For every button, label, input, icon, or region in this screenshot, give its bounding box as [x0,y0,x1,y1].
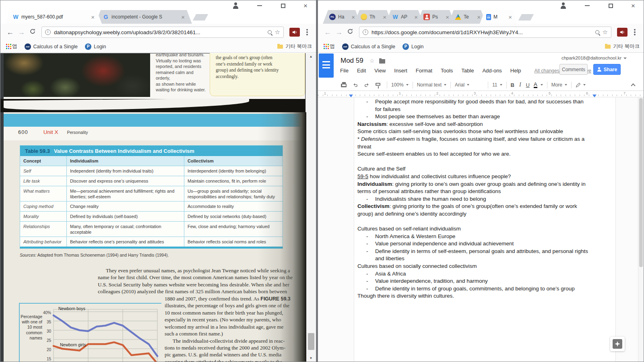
menu-add-ons[interactable]: Add-ons [482,68,502,74]
menu-table[interactable]: Table [461,68,474,74]
docs-header: Mod 59 ☆ chpark2018@daltonschool.kr File… [318,53,644,79]
bookmark-calculus[interactable]: nxtCalculus of a Single [342,43,395,50]
menu-view[interactable]: View [374,68,386,74]
tab-close-icon[interactable]: × [351,14,356,20]
browser-tab[interactable]: Th× [354,10,392,24]
back-button[interactable]: ← [322,28,333,37]
pdf-scrollbar[interactable]: ▲ ▼ [305,53,316,362]
font-size-select[interactable]: 11 [492,82,502,88]
address-bar[interactable]: https://docs.google.com/document/d/1d1RX… [359,27,611,38]
undo-button[interactable] [352,82,358,88]
zoom-select[interactable]: 100% [391,82,409,88]
document-page[interactable]: -People accept more responsibility for g… [354,97,616,362]
docs-ruler[interactable]: 11234567 [318,91,644,97]
share-button[interactable]: Share [593,64,621,75]
bold-button[interactable]: B [511,82,514,88]
page-info-icon[interactable] [363,29,368,35]
new-tab-button[interactable] [193,14,208,21]
scroll-down-arrow[interactable]: ▼ [306,356,316,360]
other-bookmarks-button[interactable]: 기타 북마크 [605,43,640,50]
menu-help[interactable]: Help [510,68,521,74]
bookmark-apps-label[interactable]: 앱 [330,43,335,50]
zoom-page-icon[interactable] [268,30,272,34]
account-email[interactable]: chpark2018@daltonschool.kr [561,56,627,60]
tab-close-icon[interactable]: × [445,14,450,20]
browser-tab[interactable]: WAP× [386,10,423,24]
page-info-icon[interactable] [45,29,51,35]
forward-button[interactable]: → [16,28,27,37]
comments-button[interactable]: Comments [559,64,588,75]
explore-button[interactable] [610,337,625,351]
close-window-button[interactable]: × [297,1,314,10]
paint-format-button[interactable] [376,84,380,86]
bookmark-login[interactable]: PLogin [85,43,106,50]
docs-home-button[interactable] [319,53,334,78]
browser-tab[interactable]: Wmyers_587-600.pdf× [5,10,102,24]
forward-button[interactable]: → [333,28,345,37]
browser-tab[interactable]: Gincompetent - Google S× [95,10,192,24]
left-bookmarks-bar: 앱 nxtCalculus of a Single PLogin 기타 북마크 [0,41,316,53]
speaker-extension-button[interactable] [289,28,300,37]
collapse-toolbar-button[interactable] [631,83,635,88]
more-button[interactable]: More [551,82,567,88]
tab-close-icon[interactable]: × [180,14,186,20]
docs-scrollbar-thumb[interactable] [639,98,643,267]
browser-menu-button[interactable] [306,31,308,33]
browser-tab[interactable]: PS.Ha× [323,10,361,24]
right-indent-marker[interactable] [592,95,597,97]
bookmark-star-icon[interactable]: ☆ [275,29,280,36]
redo-button[interactable] [364,82,370,88]
editing-mode-button[interactable] [576,82,586,88]
move-to-folder-icon[interactable] [379,59,385,64]
document-title[interactable]: Mod 59 [341,57,363,65]
browser-tab[interactable]: M× [480,10,518,24]
zoom-page-icon[interactable] [595,30,599,34]
close-window-button[interactable]: × [625,1,641,10]
reload-button[interactable] [27,28,38,37]
bookmark-login[interactable]: PLogin [402,43,424,50]
docs-scrollbar[interactable] [638,97,644,362]
paragraph-styles-select[interactable]: Normal text [417,82,446,88]
text-color-button[interactable]: A [534,82,543,88]
tab-title: Ps [432,14,442,20]
bookmark-calculus[interactable]: nxtCalculus of a Single [25,43,78,50]
menu-edit[interactable]: Edit [357,68,366,74]
browser-tab[interactable]: Te× [448,10,486,24]
address-bar[interactable]: daltonappsychology.weebly.com/uploads/3/… [41,27,284,38]
menu-file[interactable]: File [340,68,349,74]
star-document-icon[interactable]: ☆ [369,58,375,64]
table-cell: Me—personal achievement and fulfillment;… [66,186,184,201]
tab-close-icon[interactable]: × [413,14,419,20]
tab-close-icon[interactable]: × [382,14,387,20]
italic-button[interactable]: I [519,82,521,88]
tab-close-icon[interactable]: × [476,14,481,20]
menu-tools[interactable]: Tools [441,68,453,74]
minimize-button[interactable] [579,1,595,10]
print-button[interactable] [341,82,347,87]
tab-close-icon[interactable]: × [90,14,95,20]
left-indent-marker[interactable] [349,95,353,97]
menu-format[interactable]: Format [416,68,432,74]
speaker-extension-button[interactable] [617,28,627,37]
bookmark-apps-label[interactable]: 앱 [12,43,17,50]
bookmark-star-icon[interactable]: ☆ [603,29,608,36]
apps-grid-icon[interactable] [324,44,325,45]
font-select[interactable]: Arial [455,82,484,88]
back-button[interactable]: ← [4,28,16,37]
profile-button[interactable] [555,1,571,10]
maximize-button[interactable] [275,1,291,10]
browser-tab[interactable]: Ps× [417,10,455,24]
scroll-up-arrow[interactable]: ▲ [306,55,316,58]
tab-close-icon[interactable]: × [508,14,513,20]
browser-menu-button[interactable] [634,31,636,33]
new-tab-button[interactable] [518,14,534,21]
maximize-button[interactable] [603,1,619,10]
minimize-button[interactable] [252,1,268,10]
profile-button[interactable] [227,1,244,10]
other-bookmarks-button[interactable]: 기타 북마크 [277,43,312,50]
reload-button[interactable] [345,28,356,37]
pdf-scrollbar-thumb[interactable] [308,333,314,350]
menu-insert[interactable]: Insert [394,68,407,74]
underline-button[interactable]: U [526,82,530,88]
apps-grid-icon[interactable] [6,44,7,45]
